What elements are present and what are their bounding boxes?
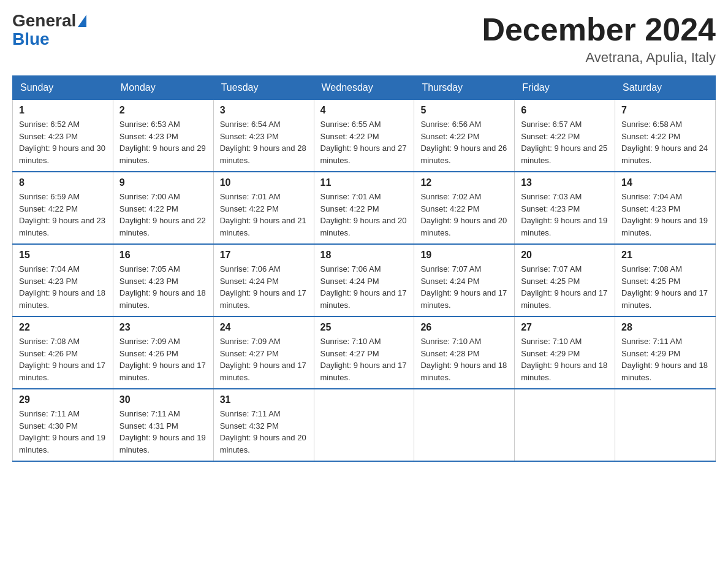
day-info: Sunrise: 7:09 AMSunset: 4:27 PMDaylight:… — [220, 337, 306, 382]
day-number: 23 — [119, 322, 207, 333]
logo-general-text: General — [12, 12, 76, 29]
day-number: 28 — [621, 322, 709, 333]
weekday-header-row: Sunday Monday Tuesday Wednesday Thursday… — [13, 76, 716, 100]
month-title: December 2024 — [482, 12, 716, 47]
day-number: 2 — [119, 105, 207, 116]
day-number: 21 — [621, 250, 709, 261]
day-info: Sunrise: 6:57 AMSunset: 4:22 PMDaylight:… — [521, 120, 607, 165]
day-info: Sunrise: 6:59 AMSunset: 4:22 PMDaylight:… — [19, 192, 105, 237]
table-row: 3 Sunrise: 6:54 AMSunset: 4:23 PMDayligh… — [213, 100, 314, 172]
day-info: Sunrise: 7:01 AMSunset: 4:22 PMDaylight:… — [220, 192, 306, 237]
day-number: 26 — [420, 322, 508, 333]
day-number: 27 — [521, 322, 609, 333]
day-info: Sunrise: 7:03 AMSunset: 4:23 PMDaylight:… — [521, 192, 607, 237]
calendar-table: Sunday Monday Tuesday Wednesday Thursday… — [12, 75, 716, 462]
day-number: 7 — [621, 105, 709, 116]
day-number: 19 — [420, 250, 508, 261]
day-number: 22 — [19, 322, 107, 333]
day-number: 10 — [220, 177, 308, 188]
table-row — [515, 389, 615, 461]
title-area: December 2024 Avetrana, Apulia, Italy — [482, 12, 716, 66]
day-number: 1 — [19, 105, 107, 116]
day-info: Sunrise: 6:58 AMSunset: 4:22 PMDaylight:… — [621, 120, 708, 165]
table-row: 31 Sunrise: 7:11 AMSunset: 4:32 PMDaylig… — [213, 389, 314, 461]
day-info: Sunrise: 7:11 AMSunset: 4:30 PMDaylight:… — [19, 409, 105, 454]
header-thursday: Thursday — [414, 76, 515, 100]
day-info: Sunrise: 7:08 AMSunset: 4:25 PMDaylight:… — [621, 264, 708, 310]
calendar-week-row: 29 Sunrise: 7:11 AMSunset: 4:30 PMDaylig… — [13, 389, 716, 461]
day-info: Sunrise: 6:56 AMSunset: 4:22 PMDaylight:… — [420, 120, 507, 165]
table-row: 27 Sunrise: 7:10 AMSunset: 4:29 PMDaylig… — [515, 316, 615, 389]
table-row: 21 Sunrise: 7:08 AMSunset: 4:25 PMDaylig… — [615, 244, 716, 316]
table-row: 8 Sunrise: 6:59 AMSunset: 4:22 PMDayligh… — [13, 172, 113, 244]
table-row: 15 Sunrise: 7:04 AMSunset: 4:23 PMDaylig… — [13, 244, 113, 316]
day-number: 9 — [119, 177, 207, 188]
day-info: Sunrise: 7:07 AMSunset: 4:24 PMDaylight:… — [420, 264, 507, 310]
table-row: 29 Sunrise: 7:11 AMSunset: 4:30 PMDaylig… — [13, 389, 113, 461]
header-wednesday: Wednesday — [314, 76, 414, 100]
day-info: Sunrise: 7:04 AMSunset: 4:23 PMDaylight:… — [621, 192, 708, 237]
day-number: 14 — [621, 177, 709, 188]
table-row: 25 Sunrise: 7:10 AMSunset: 4:27 PMDaylig… — [314, 316, 414, 389]
day-info: Sunrise: 7:10 AMSunset: 4:27 PMDaylight:… — [320, 337, 407, 382]
day-number: 18 — [320, 250, 408, 261]
header-monday: Monday — [113, 76, 213, 100]
day-info: Sunrise: 7:11 AMSunset: 4:29 PMDaylight:… — [621, 337, 708, 382]
header-friday: Friday — [515, 76, 615, 100]
table-row: 19 Sunrise: 7:07 AMSunset: 4:24 PMDaylig… — [414, 244, 515, 316]
day-info: Sunrise: 7:09 AMSunset: 4:26 PMDaylight:… — [119, 337, 206, 382]
calendar-week-row: 15 Sunrise: 7:04 AMSunset: 4:23 PMDaylig… — [13, 244, 716, 316]
day-number: 24 — [220, 322, 308, 333]
table-row: 10 Sunrise: 7:01 AMSunset: 4:22 PMDaylig… — [213, 172, 314, 244]
day-number: 8 — [19, 177, 107, 188]
table-row: 11 Sunrise: 7:01 AMSunset: 4:22 PMDaylig… — [314, 172, 414, 244]
day-number: 20 — [521, 250, 609, 261]
logo-text: General — [12, 12, 87, 29]
day-info: Sunrise: 6:52 AMSunset: 4:23 PMDaylight:… — [19, 120, 105, 165]
table-row — [314, 389, 414, 461]
table-row: 6 Sunrise: 6:57 AMSunset: 4:22 PMDayligh… — [515, 100, 615, 172]
day-number: 4 — [320, 105, 408, 116]
day-info: Sunrise: 6:55 AMSunset: 4:22 PMDaylight:… — [320, 120, 407, 165]
table-row — [615, 389, 716, 461]
day-number: 13 — [521, 177, 609, 188]
table-row: 9 Sunrise: 7:00 AMSunset: 4:22 PMDayligh… — [113, 172, 213, 244]
table-row: 22 Sunrise: 7:08 AMSunset: 4:26 PMDaylig… — [13, 316, 113, 389]
day-number: 5 — [420, 105, 508, 116]
day-info: Sunrise: 7:06 AMSunset: 4:24 PMDaylight:… — [320, 264, 407, 310]
header-saturday: Saturday — [615, 76, 716, 100]
header-sunday: Sunday — [13, 76, 113, 100]
day-info: Sunrise: 7:11 AMSunset: 4:31 PMDaylight:… — [119, 409, 206, 454]
table-row: 4 Sunrise: 6:55 AMSunset: 4:22 PMDayligh… — [314, 100, 414, 172]
day-number: 6 — [521, 105, 609, 116]
table-row: 5 Sunrise: 6:56 AMSunset: 4:22 PMDayligh… — [414, 100, 515, 172]
day-info: Sunrise: 7:02 AMSunset: 4:22 PMDaylight:… — [420, 192, 507, 237]
table-row: 17 Sunrise: 7:06 AMSunset: 4:24 PMDaylig… — [213, 244, 314, 316]
calendar-week-row: 8 Sunrise: 6:59 AMSunset: 4:22 PMDayligh… — [13, 172, 716, 244]
day-number: 3 — [220, 105, 308, 116]
day-info: Sunrise: 7:05 AMSunset: 4:23 PMDaylight:… — [119, 264, 206, 310]
day-info: Sunrise: 7:10 AMSunset: 4:29 PMDaylight:… — [521, 337, 607, 382]
header-tuesday: Tuesday — [213, 76, 314, 100]
day-info: Sunrise: 7:00 AMSunset: 4:22 PMDaylight:… — [119, 192, 206, 237]
day-info: Sunrise: 6:53 AMSunset: 4:23 PMDaylight:… — [119, 120, 206, 165]
day-info: Sunrise: 7:04 AMSunset: 4:23 PMDaylight:… — [19, 264, 105, 310]
page-header: General Blue December 2024 Avetrana, Apu… — [12, 12, 716, 66]
calendar-week-row: 1 Sunrise: 6:52 AMSunset: 4:23 PMDayligh… — [13, 100, 716, 172]
table-row: 30 Sunrise: 7:11 AMSunset: 4:31 PMDaylig… — [113, 389, 213, 461]
day-info: Sunrise: 7:10 AMSunset: 4:28 PMDaylight:… — [420, 337, 507, 382]
day-info: Sunrise: 7:07 AMSunset: 4:25 PMDaylight:… — [521, 264, 607, 310]
table-row — [414, 389, 515, 461]
table-row: 13 Sunrise: 7:03 AMSunset: 4:23 PMDaylig… — [515, 172, 615, 244]
day-number: 16 — [119, 250, 207, 261]
table-row: 7 Sunrise: 6:58 AMSunset: 4:22 PMDayligh… — [615, 100, 716, 172]
table-row: 26 Sunrise: 7:10 AMSunset: 4:28 PMDaylig… — [414, 316, 515, 389]
day-number: 15 — [19, 250, 107, 261]
day-number: 17 — [220, 250, 308, 261]
day-number: 12 — [420, 177, 508, 188]
calendar-week-row: 22 Sunrise: 7:08 AMSunset: 4:26 PMDaylig… — [13, 316, 716, 389]
logo-blue-text: Blue — [12, 29, 50, 49]
table-row: 16 Sunrise: 7:05 AMSunset: 4:23 PMDaylig… — [113, 244, 213, 316]
day-number: 29 — [19, 394, 107, 405]
day-info: Sunrise: 6:54 AMSunset: 4:23 PMDaylight:… — [220, 120, 306, 165]
